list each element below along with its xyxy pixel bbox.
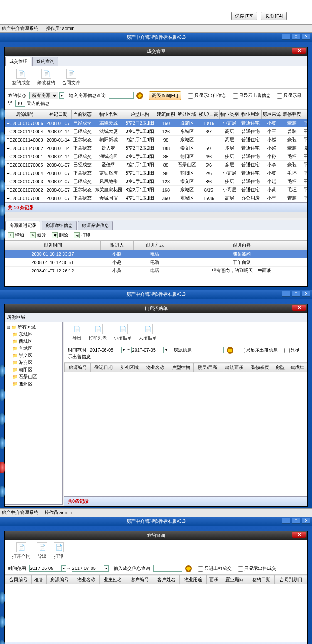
tree-node[interactable]: 西城区 — [7, 338, 61, 345]
tree-node[interactable]: 石景山区 — [7, 373, 61, 380]
col-header[interactable]: 装修程度 — [247, 363, 273, 372]
col-header[interactable]: 当前状态 — [72, 110, 93, 119]
tree-node[interactable]: 海淀区 — [7, 359, 61, 366]
export-button[interactable]: 📄导出 — [37, 542, 47, 559]
export-button[interactable]: 📄导出 — [72, 324, 82, 341]
date-from-3[interactable] — [29, 565, 62, 572]
tree-node[interactable]: 朝阳区 — [7, 366, 61, 373]
tab-secret[interactable]: 房源保密信息 — [78, 221, 113, 230]
table-row[interactable]: FC2008011400022008-01-14正常状态贵人府3室2厅2卫2阳1… — [5, 144, 308, 152]
col-header[interactable]: 物业名称 — [73, 575, 99, 584]
close-icon[interactable]: ✕ — [292, 532, 306, 538]
minimize-button[interactable]: — — [282, 34, 290, 40]
col-header[interactable]: 建筑面积 — [156, 110, 176, 119]
col-header[interactable]: 跟进人 — [101, 241, 134, 250]
col-header[interactable]: 房源编号 — [65, 363, 91, 372]
date-from[interactable] — [89, 347, 121, 353]
maximize-button[interactable]: □ — [292, 291, 300, 297]
region-tree[interactable]: 所有区域东城区西城区宣武区崇文区海淀区朝阳区石景山区通州区 — [5, 322, 63, 505]
col-header[interactable]: 跟进方式 — [134, 241, 176, 250]
minimize-button[interactable]: — — [282, 518, 290, 524]
col-header[interactable]: 楼层/层高 — [194, 363, 221, 372]
col-header[interactable]: 房源编号 — [5, 110, 45, 119]
search-input[interactable] — [109, 92, 134, 99]
col-header[interactable]: 跟进内容 — [176, 241, 307, 250]
status-extra-dd[interactable]: ▾ — [59, 92, 64, 99]
col-header[interactable]: 房屋来源 — [261, 110, 282, 119]
search-icon[interactable] — [227, 347, 233, 354]
cancel-button[interactable]: 取消 [F4] — [261, 12, 287, 20]
col-header[interactable]: 登记日期 — [45, 110, 72, 119]
col-header[interactable]: 登记日期 — [91, 363, 116, 372]
col-header[interactable]: 所处区域 — [176, 110, 198, 119]
col-header[interactable]: 装修程度 — [282, 110, 302, 119]
col-header[interactable]: 物业名称 — [93, 110, 124, 119]
col-header[interactable]: 跟进时间 — [5, 241, 101, 250]
print-button[interactable]: 📄打印 — [54, 542, 64, 559]
save-button[interactable]: 保存 [F5] — [231, 12, 257, 20]
table-row[interactable]: FC2008010700022008-01-07正常状态东关皇家花园3室2厅1卫… — [5, 186, 308, 194]
chk-rent-2[interactable] — [240, 348, 245, 353]
chk-recent[interactable] — [277, 93, 282, 99]
table-row[interactable]: FC2008010700052008-01-07已经成交爱佳堡2室1厅1卫1阳8… — [5, 161, 308, 169]
table-row[interactable]: FC2008010700042008-01-07正常状态蓝钻堡湾3室1厅1卫1阳… — [5, 169, 308, 177]
open-contract-button[interactable]: 📄打开合同 — [12, 542, 30, 559]
col-header[interactable] — [302, 110, 307, 119]
table-row[interactable]: FC2008010700032008-01-07已经成交凤凰地带3室1厅1卫1阳… — [5, 177, 308, 186]
chk-sale-2[interactable] — [284, 348, 290, 353]
search-input-3[interactable] — [153, 565, 182, 572]
minimize-button[interactable]: — — [282, 291, 290, 297]
col-header[interactable]: 合同到期日 — [275, 575, 307, 584]
col-header[interactable]: 所处区域 — [116, 363, 142, 372]
col-header[interactable]: 面积 — [206, 575, 221, 584]
add-button[interactable]: +增加 — [8, 232, 24, 238]
close-button[interactable]: ✕ — [302, 518, 310, 524]
close-icon[interactable]: ✕ — [292, 305, 306, 311]
tree-node[interactable]: 东城区 — [7, 331, 61, 338]
maximize-button[interactable]: □ — [292, 34, 300, 40]
tab-detail[interactable]: 房源详细信息 — [42, 221, 77, 230]
col-header[interactable]: 客户姓名 — [153, 575, 180, 584]
col-header[interactable]: 建成年 — [287, 363, 307, 372]
col-header[interactable]: 客户编号 — [126, 575, 153, 584]
col-header[interactable]: 置业顾问 — [221, 575, 248, 584]
poster-table[interactable]: 房源编号登记日期所处区域物业名称户型结构楼层/层高建筑面积装修程度房型建成年 — [64, 363, 307, 372]
recent-days-input[interactable] — [15, 100, 25, 107]
date-from-dd[interactable]: ▾ — [121, 347, 126, 353]
col-header[interactable]: 物业用途 — [180, 575, 206, 584]
small-poster-button[interactable]: 📄小招贴单 — [114, 324, 132, 341]
followup-table[interactable]: 跟进时间跟进人跟进方式跟进内容2008-01-10 12:33:37小赵电话准备… — [5, 240, 307, 275]
tree-node[interactable]: 崇文区 — [7, 352, 61, 359]
sign-table[interactable]: 合同编号租售房源编号物业名称业主姓名客户编号客户姓名物业用途面积置业顾问签约日期… — [5, 575, 307, 584]
col-header[interactable]: 户型结构 — [124, 110, 156, 119]
chk-sale[interactable] — [233, 93, 238, 99]
modify-sign-button[interactable]: 📄修改签约 — [37, 69, 55, 86]
del-button[interactable]: ✖删除 — [52, 232, 68, 238]
table-row[interactable]: FC2008011400012008-01-14已经成交湖城花园2室1厅1卫1阳… — [5, 152, 308, 161]
info-input[interactable] — [195, 347, 224, 353]
poster-title[interactable]: 门店招贴单 ✕ — [5, 304, 307, 313]
table-row[interactable]: 2008-01-10 12:30:51小赵电话下午面谈 — [5, 258, 307, 267]
col-header[interactable]: 租售 — [32, 575, 46, 584]
search-icon[interactable] — [136, 92, 143, 99]
col-header[interactable]: 建筑面积 — [221, 363, 247, 372]
table-row[interactable]: FC2008011400042008-01-14已经成交洪城大厦3室1厅1卫1阳… — [5, 127, 308, 136]
date-to-dd[interactable]: ▾ — [164, 347, 168, 353]
table-row[interactable]: 2008-01-10 12:33:37小赵电话准备签约 — [5, 250, 307, 258]
col-header[interactable]: 楼层/层高 — [198, 110, 219, 119]
maximize-button[interactable]: □ — [292, 518, 300, 524]
col-header[interactable]: 房源编号 — [46, 575, 73, 584]
listing-table[interactable]: 房源编号登记日期当前状态物业名称户型结构建筑面积所处区域楼层/层高物业类别物业用… — [5, 110, 307, 202]
advanced-search-button[interactable]: 高级查询[F8] — [149, 91, 181, 100]
close-icon[interactable]: ✕ — [292, 48, 306, 54]
col-header[interactable]: 合同编号 — [5, 575, 32, 584]
table-row[interactable]: 2008-01-07 12:26:12小黄电话很有意向，约到明天上午面谈 — [5, 267, 307, 275]
col-header[interactable]: 房型 — [273, 363, 287, 372]
contract-file-button[interactable]: 📄合同文件 — [62, 69, 80, 86]
col-header[interactable]: 业主姓名 — [99, 575, 126, 584]
status-select[interactable]: 所有房源 — [29, 92, 58, 99]
table-row[interactable]: FC2008010700012008-01-07正常状态金城国贸4室1厅1卫1阳… — [5, 194, 308, 202]
chk-sale-3[interactable] — [238, 566, 243, 572]
deal-title[interactable]: 成交管理 ✕ — [5, 47, 307, 56]
close-button[interactable]: ✕ — [302, 34, 310, 40]
